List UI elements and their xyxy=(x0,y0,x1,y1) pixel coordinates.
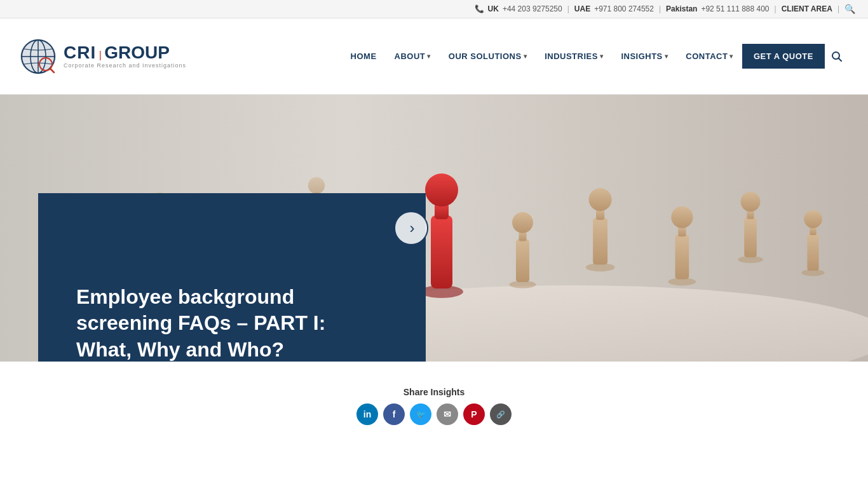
uk-label: UK xyxy=(488,4,499,13)
uk-phone: +44 203 9275250 xyxy=(503,4,562,13)
svg-rect-28 xyxy=(516,240,529,283)
sep1: | xyxy=(567,4,569,13)
nav-about[interactable]: ABOUT ▾ xyxy=(386,18,440,95)
phone-icon: 📞 xyxy=(475,4,484,13)
share-email[interactable]: ✉ xyxy=(437,403,458,425)
share-twitter[interactable]: 🐦 xyxy=(410,403,431,425)
hero-title: Employee background screening FAQs – PAR… xyxy=(76,284,356,362)
svg-rect-40 xyxy=(744,217,757,257)
search-nav-icon[interactable] xyxy=(825,18,849,95)
about-arrow: ▾ xyxy=(427,53,431,60)
logo[interactable]: CRI | GROUP Corporate Research and Inves… xyxy=(19,37,186,76)
below-hero-section: Share Insights in f 🐦 ✉ P 🔗 xyxy=(0,362,868,488)
hero-overlay: Employee background screening FAQs – PAR… xyxy=(38,193,426,362)
share-insights: Share Insights in f 🐦 ✉ P 🔗 xyxy=(356,387,512,425)
share-pinterest[interactable]: P xyxy=(463,403,485,425)
sep3: | xyxy=(775,4,776,13)
share-facebook[interactable]: f xyxy=(383,403,405,425)
svg-line-8 xyxy=(839,58,842,61)
logo-divider: | xyxy=(99,50,102,60)
sep2: | xyxy=(659,4,661,13)
svg-point-46 xyxy=(804,210,822,228)
top-bar: 📞 UK +44 203 9275250 | UAE +971 800 2745… xyxy=(0,0,868,18)
industries-arrow: ▾ xyxy=(600,53,604,60)
uae-phone: +971 800 274552 xyxy=(594,4,654,13)
logo-globe-icon xyxy=(19,37,57,76)
share-title: Share Insights xyxy=(403,387,465,397)
share-link[interactable]: 🔗 xyxy=(490,403,512,425)
get-quote-button[interactable]: GET A QUOTE xyxy=(742,44,825,69)
svg-point-34 xyxy=(589,188,612,211)
svg-line-6 xyxy=(50,69,54,72)
main-nav: HOME ABOUT ▾ OUR SOLUTIONS ▾ INDUSTRIES … xyxy=(342,18,849,95)
search-topbar-icon[interactable]: 🔍 xyxy=(844,4,855,14)
nav-industries[interactable]: INDUSTRIES ▾ xyxy=(536,18,612,95)
contact-arrow: ▾ xyxy=(729,53,733,60)
hero-next-button[interactable]: › xyxy=(394,211,428,245)
logo-text: CRI | GROUP Corporate Research and Inves… xyxy=(64,44,186,69)
svg-point-42 xyxy=(741,192,761,212)
sep4: | xyxy=(837,4,839,13)
insights-arrow: ▾ xyxy=(665,53,668,60)
svg-rect-36 xyxy=(675,234,689,279)
hero-arrow-icon: › xyxy=(410,219,415,237)
pakistan-phone: +92 51 111 888 400 xyxy=(701,4,769,13)
hero-section: Employee background screening FAQs – PAR… xyxy=(0,95,868,362)
svg-rect-24 xyxy=(431,215,452,288)
nav-home[interactable]: HOME xyxy=(342,18,386,95)
nav-insights[interactable]: INSIGHTS ▾ xyxy=(612,18,677,95)
solutions-arrow: ▾ xyxy=(524,53,527,60)
logo-subtitle: Corporate Research and Investigations xyxy=(64,63,186,69)
client-area-link[interactable]: CLIENT AREA xyxy=(782,4,832,13)
svg-rect-44 xyxy=(807,234,818,271)
nav-contact[interactable]: CONTACT ▾ xyxy=(677,18,742,95)
logo-cri: CRI xyxy=(64,43,96,62)
nav-our-solutions[interactable]: OUR SOLUTIONS ▾ xyxy=(440,18,536,95)
svg-point-26 xyxy=(425,173,458,207)
pakistan-label: Pakistan xyxy=(666,4,697,13)
share-icons-row: in f 🐦 ✉ P 🔗 xyxy=(356,403,512,425)
share-linkedin[interactable]: in xyxy=(356,403,378,425)
svg-point-30 xyxy=(512,212,533,233)
svg-point-50 xyxy=(308,177,325,194)
uae-label: UAE xyxy=(574,4,590,13)
svg-point-38 xyxy=(671,207,693,228)
svg-rect-32 xyxy=(593,218,607,265)
header: CRI | GROUP Corporate Research and Inves… xyxy=(0,18,868,95)
logo-group: GROUP xyxy=(104,43,170,62)
